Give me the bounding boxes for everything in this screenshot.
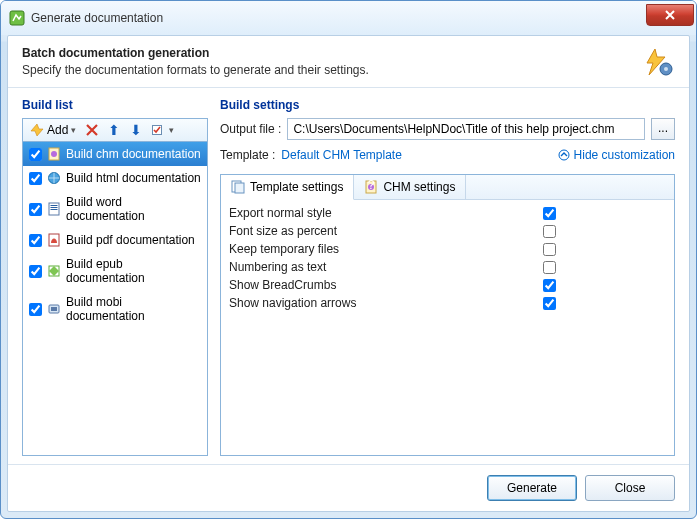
list-item[interactable]: Build chm documentation: [23, 142, 207, 166]
option-label: Keep temporary files: [229, 242, 543, 256]
output-file-label: Output file :: [220, 122, 281, 136]
list-item-label: Build chm documentation: [66, 147, 201, 161]
format-icon: [47, 147, 61, 161]
list-item-label: Build pdf documentation: [66, 233, 195, 247]
option-checkbox[interactable]: [543, 207, 556, 220]
svg-marker-3: [31, 124, 43, 136]
svg-rect-11: [51, 209, 58, 210]
svg-rect-18: [235, 183, 244, 193]
move-down-button[interactable]: ⬇: [127, 122, 145, 138]
svg-rect-0: [10, 11, 24, 25]
template-link[interactable]: Default CHM Template: [281, 148, 402, 162]
tab-template-settings[interactable]: Template settings: [221, 175, 354, 200]
generate-button[interactable]: Generate: [487, 475, 577, 501]
option-label: Export normal style: [229, 206, 543, 220]
titlebar[interactable]: Generate documentation: [1, 1, 696, 35]
check-all-button[interactable]: ▾: [149, 123, 177, 137]
option-checkbox[interactable]: [543, 225, 556, 238]
browse-button[interactable]: ...: [651, 118, 675, 140]
list-item-checkbox[interactable]: [29, 203, 42, 216]
template-icon: [231, 180, 245, 194]
option-checkbox[interactable]: [543, 243, 556, 256]
add-button[interactable]: Add ▾: [27, 122, 79, 138]
option-row: Keep temporary files: [229, 240, 666, 258]
list-item[interactable]: Build epub documentation: [23, 252, 207, 290]
list-item[interactable]: Build mobi documentation: [23, 290, 207, 328]
list-item-checkbox[interactable]: [29, 234, 42, 247]
option-label: Numbering as text: [229, 260, 543, 274]
build-list[interactable]: Build chm documentationBuild html docume…: [22, 141, 208, 456]
svg-rect-15: [51, 307, 57, 311]
settings-tabs: Template settings ? CHM settings Export …: [220, 174, 675, 456]
option-label: Show navigation arrows: [229, 296, 543, 310]
list-item-checkbox[interactable]: [29, 148, 42, 161]
option-label: Show BreadCrumbs: [229, 278, 543, 292]
option-checkbox[interactable]: [543, 279, 556, 292]
list-item-label: Build epub documentation: [66, 257, 201, 285]
list-item-label: Build mobi documentation: [66, 295, 201, 323]
list-item-checkbox[interactable]: [29, 303, 42, 316]
format-icon: [47, 264, 61, 278]
format-icon: [47, 171, 61, 185]
dialog-window: Generate documentation Batch documentati…: [0, 0, 697, 519]
svg-rect-9: [51, 205, 58, 206]
svg-point-2: [664, 67, 668, 71]
lightning-gear-icon: [641, 47, 675, 77]
template-label: Template :: [220, 148, 275, 162]
close-button[interactable]: Close: [585, 475, 675, 501]
list-item-label: Build word documentation: [66, 195, 201, 223]
format-icon: [47, 302, 61, 316]
output-file-input[interactable]: [287, 118, 645, 140]
hide-customization-link[interactable]: Hide customization: [558, 148, 675, 162]
option-row: Font size as percent: [229, 222, 666, 240]
build-list-title: Build list: [22, 98, 208, 112]
list-item[interactable]: Build pdf documentation: [23, 228, 207, 252]
add-button-label: Add: [47, 123, 68, 137]
template-settings-panel: Export normal styleFont size as percentK…: [221, 200, 674, 455]
list-item[interactable]: Build html documentation: [23, 166, 207, 190]
option-row: Show navigation arrows: [229, 294, 666, 312]
option-row: Show BreadCrumbs: [229, 276, 666, 294]
list-item-label: Build html documentation: [66, 171, 201, 185]
svg-text:?: ?: [368, 180, 375, 192]
header-subtitle: Specify the documentation formats to gen…: [22, 63, 369, 77]
svg-rect-10: [51, 207, 58, 208]
move-up-button[interactable]: ⬆: [105, 122, 123, 138]
header: Batch documentation generation Specify t…: [8, 36, 689, 88]
chm-icon: ?: [364, 180, 378, 194]
delete-button[interactable]: [83, 123, 101, 137]
list-item-checkbox[interactable]: [29, 172, 42, 185]
build-settings-title: Build settings: [220, 98, 675, 112]
option-label: Font size as percent: [229, 224, 543, 238]
app-icon: [9, 10, 25, 26]
close-window-button[interactable]: [646, 4, 694, 26]
format-icon: [47, 202, 61, 216]
tab-chm-settings[interactable]: ? CHM settings: [354, 175, 466, 199]
build-list-toolbar: Add ▾ ⬆ ⬇ ▾: [22, 118, 208, 141]
option-row: Numbering as text: [229, 258, 666, 276]
format-icon: [47, 233, 61, 247]
option-row: Export normal style: [229, 204, 666, 222]
collapse-icon: [558, 149, 570, 161]
header-title: Batch documentation generation: [22, 46, 369, 60]
dialog-footer: Generate Close: [8, 464, 689, 511]
list-item-checkbox[interactable]: [29, 265, 42, 278]
svg-point-6: [51, 151, 57, 157]
option-checkbox[interactable]: [543, 297, 556, 310]
list-item[interactable]: Build word documentation: [23, 190, 207, 228]
client-area: Batch documentation generation Specify t…: [7, 35, 690, 512]
option-checkbox[interactable]: [543, 261, 556, 274]
svg-point-16: [559, 150, 569, 160]
window-title: Generate documentation: [31, 11, 163, 25]
